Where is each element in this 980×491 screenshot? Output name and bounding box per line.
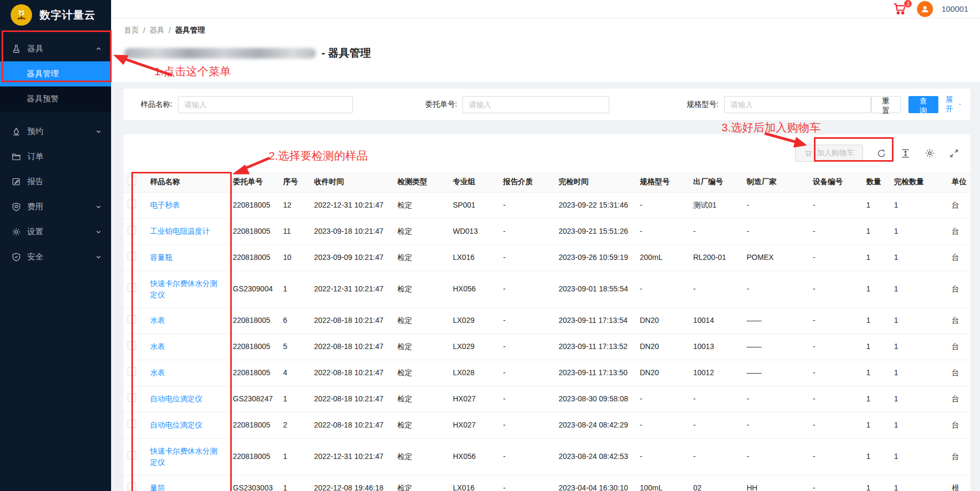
table-cell: 4 (279, 360, 310, 386)
table-cell: —— (742, 307, 809, 334)
table-cell: - (636, 192, 689, 218)
row-checkbox[interactable] (128, 252, 136, 260)
reset-button[interactable]: 重 置 (871, 96, 901, 113)
table-cell: - (809, 475, 862, 491)
expand-link[interactable]: 展开 (946, 95, 962, 114)
chevron-up-icon (96, 46, 101, 52)
table-cell: 220818005 (229, 244, 279, 271)
sample-name-link[interactable]: 水表 (150, 368, 165, 377)
fullscreen-icon[interactable] (950, 149, 959, 158)
table-cell: - (809, 307, 862, 334)
table-cell: WD013 (449, 218, 499, 244)
row-checkbox[interactable] (128, 367, 136, 376)
table-cell: HX056 (449, 271, 499, 307)
expand-label: 展开 (946, 95, 955, 114)
table-row: 自动电位滴定仪GS230824712022-08-18 10:21:47检定HX… (123, 386, 970, 412)
sidebar-item-feiyong[interactable]: 费用 (0, 194, 111, 219)
table-cell: 1 (862, 192, 890, 218)
table-cell: GS2303003 (229, 475, 279, 491)
sidebar-item-anquan[interactable]: 安全 (0, 244, 111, 270)
sidebar-item-qiju-guanli[interactable]: 器具管理 (0, 61, 111, 86)
sample-name-link[interactable]: 自动电位滴定仪 (150, 394, 202, 403)
sidebar-item-qiju-yujing[interactable]: 器具预警 (0, 86, 111, 112)
sidebar-item-label: 设置 (27, 227, 96, 237)
table-row: 快速卡尔费休水分测定仪GS230900412022-12-31 10:21:47… (123, 271, 970, 307)
sample-name-link[interactable]: 电子秒表 (150, 201, 180, 209)
sidebar-item-baogao[interactable]: 报告 (0, 169, 111, 194)
table-body: 电子秒表220818005122022-12-31 10:21:47检定SP00… (123, 192, 970, 491)
spec-model-input[interactable] (724, 96, 871, 113)
sidebar-item-label: 器具管理 (27, 69, 101, 79)
sidebar-item-dingdan[interactable]: 订单 (0, 144, 111, 169)
search-button[interactable]: 查 询 (908, 96, 938, 113)
settings-gear-icon[interactable] (925, 148, 935, 158)
column-header-14: 单位 (947, 172, 970, 192)
table-cell: 台 (947, 360, 970, 386)
row-checkbox[interactable] (128, 315, 136, 323)
table-cell: - (636, 386, 689, 412)
table-cell: 根 (947, 475, 970, 491)
sidebar: 数字计量云 器具 器具管理 器具预警 预约 订单 报告 (0, 0, 111, 491)
row-checkbox[interactable] (128, 482, 136, 491)
table-cell: 自动电位滴定仪 (146, 412, 229, 438)
sidebar-item-yuyue[interactable]: 预约 (0, 119, 111, 144)
row-checkbox[interactable] (128, 283, 136, 292)
table-cell: - (742, 386, 809, 412)
row-checkbox[interactable] (128, 341, 136, 350)
sample-name-link[interactable]: 水表 (150, 316, 165, 324)
select-all-checkbox[interactable] (128, 177, 136, 185)
add-to-cart-button[interactable]: 加入购物车 (795, 145, 863, 162)
table-cell: 1 (862, 307, 890, 334)
sample-name-link[interactable]: 水表 (150, 342, 165, 351)
breadcrumb-item-home[interactable]: 首页 (124, 26, 139, 35)
breadcrumb-separator: / (169, 26, 171, 35)
column-header-9: 出厂编号 (689, 172, 742, 192)
sample-name-link[interactable]: 工业铂电阻温度计 (150, 227, 210, 235)
table-cell: 1 (862, 271, 890, 307)
table-cell: - (689, 438, 742, 475)
sample-name-link[interactable]: 量筒 (150, 484, 165, 491)
table-cell: - (499, 360, 554, 386)
table-cell: RL200-01 (689, 244, 742, 271)
table-cell: 台 (947, 386, 970, 412)
row-checkbox[interactable] (128, 226, 136, 234)
avatar[interactable] (917, 1, 933, 17)
sample-name-link[interactable]: 快速卡尔费休水分测定仪 (150, 279, 217, 299)
table-cell: 1 (279, 438, 310, 475)
table-cell: 5 (279, 334, 310, 360)
row-checkbox[interactable] (128, 451, 136, 460)
blurred-company-name (124, 48, 316, 59)
table-cell: 2023-08-24 08:42:53 (554, 438, 636, 475)
table-cell: GS2309004 (229, 271, 279, 307)
table-cell: - (742, 218, 809, 244)
sidebar-item-shezhi[interactable]: 设置 (0, 219, 111, 244)
row-checkbox[interactable] (128, 393, 136, 402)
sidebar-item-qiju[interactable]: 器具 (0, 36, 111, 61)
table-row: 容量瓶220818005102023-09-09 10:21:47检定LX016… (123, 244, 970, 271)
sample-name-link[interactable]: 快速卡尔费休水分测定仪 (150, 447, 217, 466)
table-cell: 10014 (689, 307, 742, 334)
row-select-cell (123, 438, 146, 475)
column-header-5: 专业组 (449, 172, 499, 192)
column-header-2: 序号 (279, 172, 310, 192)
table-cell: LX016 (449, 244, 499, 271)
sample-name-link[interactable]: 自动电位滴定仪 (150, 421, 202, 429)
table-cell: 台 (947, 244, 970, 271)
column-header-11: 设备编号 (809, 172, 862, 192)
sample-name-link[interactable]: 容量瓶 (150, 253, 173, 262)
table-cell: 1 (279, 475, 310, 491)
sample-name-input[interactable] (178, 96, 353, 113)
order-no-input[interactable] (462, 96, 609, 113)
username[interactable]: 100001 (942, 4, 968, 13)
table-cell: - (499, 271, 554, 307)
content-area: 样品名称: 委托单号: 规格型号: 重 置 查 询 展开 (111, 82, 980, 491)
table-cell: - (499, 412, 554, 438)
row-checkbox[interactable] (128, 419, 136, 428)
table-cell: - (636, 271, 689, 307)
density-icon[interactable] (901, 149, 910, 158)
breadcrumb-item-qiju[interactable]: 器具 (150, 26, 164, 35)
refresh-icon[interactable] (877, 149, 886, 158)
table-cell: - (689, 271, 742, 307)
cart-button[interactable]: 3 (892, 2, 908, 17)
row-checkbox[interactable] (128, 200, 136, 208)
